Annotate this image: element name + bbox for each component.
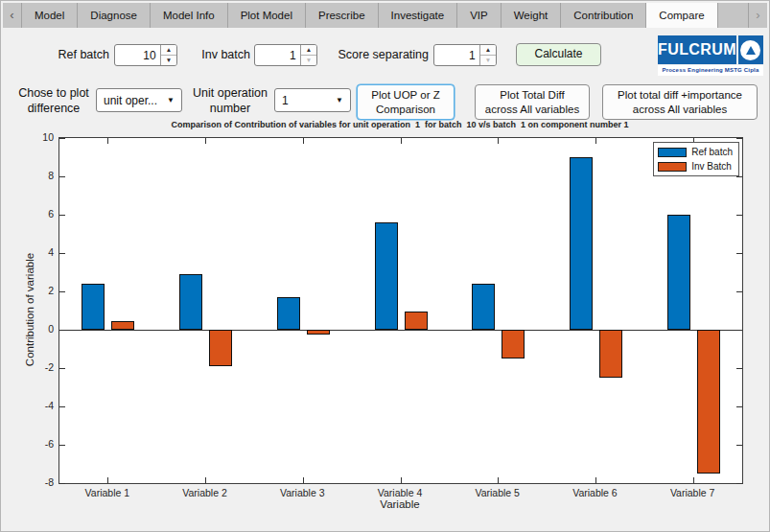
plot-uop-comparison-button[interactable]: Plot UOP or Z Comparison (357, 84, 455, 120)
y-tickmark (736, 406, 742, 407)
ref-batch-increment-button[interactable]: ▲ (161, 45, 176, 56)
x-tick-label: Variable 6 (547, 487, 642, 498)
ref-batch-input[interactable]: 10 (115, 45, 160, 65)
legend-entry: Inv Batch (658, 159, 733, 173)
x-tick-label: Variable 5 (450, 487, 546, 498)
x-tickmark (498, 477, 499, 483)
plot-area: Ref batchInv Batch (58, 137, 743, 484)
y-tick-label: -2 (23, 361, 54, 373)
fulcrum-tagline: Process Engineering MSTG Cipla (658, 65, 763, 76)
tab-contribution[interactable]: Contribution (561, 3, 646, 28)
unit-operation-label: Unit operation number (189, 86, 271, 116)
tab-compare[interactable]: Compare (646, 3, 717, 28)
bar-inv-batch-variable-6 (599, 330, 622, 378)
x-tick-label: Variable 3 (254, 487, 350, 498)
y-tickmark (59, 291, 65, 292)
chevron-down-icon: ▼ (167, 96, 175, 104)
bar-inv-batch-variable-5 (502, 330, 525, 359)
y-axis-label: Contribution of variable (24, 253, 35, 366)
inv-batch-label: Inv batch (191, 48, 250, 61)
y-tick-label: 10 (23, 131, 54, 143)
y-tick-label: -8 (23, 476, 54, 488)
tab-model[interactable]: Model (22, 3, 78, 28)
bar-inv-batch-variable-3 (307, 330, 330, 335)
inv-batch-decrement-button[interactable]: ▼ (301, 56, 316, 65)
tab-weight[interactable]: Weight (502, 3, 562, 28)
bar-inv-batch-variable-4 (405, 312, 428, 330)
fulcrum-droplet-icon (738, 35, 763, 64)
tab-diagnose[interactable]: Diagnose (78, 3, 151, 28)
y-tick-label: 6 (23, 208, 54, 220)
inv-batch-spinner: 1 ▲ ▼ (254, 44, 317, 66)
x-tickmark (107, 477, 108, 483)
score-separating-increment-button[interactable]: ▲ (480, 45, 496, 56)
plot-difference-label: Chose to plot difference (14, 86, 93, 116)
bar-ref-batch-variable-5 (472, 284, 495, 330)
tab-investigate[interactable]: Investigate (379, 3, 458, 28)
x-tickmark (498, 138, 499, 144)
x-tick-label: Variable 1 (59, 487, 155, 498)
y-tickmark (59, 368, 65, 369)
y-tickmark (736, 291, 742, 292)
plot-total-diff-button[interactable]: Plot Total Diff across All variables (475, 84, 590, 120)
ref-batch-label: Ref batch (39, 48, 109, 61)
ref-batch-decrement-button[interactable]: ▼ (161, 56, 176, 65)
y-tick-label: 8 (23, 170, 54, 181)
bar-ref-batch-variable-2 (179, 274, 202, 330)
y-tickmark (736, 253, 742, 254)
ref-batch-arrows: ▲ ▼ (160, 45, 176, 65)
tab-strip: ‹ ModelDiagnoseModel InfoPlot ModelPresc… (3, 3, 767, 28)
y-tick-label: 0 (23, 323, 54, 335)
legend-label: Inv Batch (691, 161, 732, 172)
score-separating-decrement-button[interactable]: ▼ (480, 56, 496, 65)
unit-operation-dropdown[interactable]: 1 ▼ (274, 88, 351, 112)
x-tick-label: Variable 2 (157, 487, 253, 498)
y-tickmark (736, 368, 742, 369)
y-tickmark (736, 215, 742, 216)
plot-difference-dropdown[interactable]: unit oper... ▼ (96, 88, 182, 112)
calculate-button[interactable]: Calculate (516, 43, 601, 66)
y-tick-label: -4 (23, 400, 54, 411)
x-axis-label: Variable (58, 498, 741, 510)
y-tickmark (59, 176, 65, 177)
inv-batch-input[interactable]: 1 (255, 45, 300, 65)
y-tickmark (59, 483, 65, 484)
y-tickmark (59, 406, 65, 407)
y-tick-label: 2 (23, 285, 54, 296)
tab-scroll-left-icon[interactable]: ‹ (3, 3, 22, 28)
chart-title: Comparison of Contribution of variables … (58, 120, 741, 129)
score-separating-arrows: ▲ ▼ (479, 45, 496, 65)
tab-prescribe[interactable]: Prescribe (306, 3, 379, 28)
score-separating-spinner: 1 ▲ ▼ (433, 44, 497, 66)
legend-swatch (658, 162, 687, 172)
tabs-container: ModelDiagnoseModel InfoPlot ModelPrescri… (22, 3, 718, 28)
x-tickmark (595, 477, 596, 483)
x-tickmark (401, 477, 402, 483)
inv-batch-increment-button[interactable]: ▲ (301, 45, 316, 56)
zero-axis-line (59, 330, 742, 331)
legend-swatch (658, 148, 687, 157)
legend-entry: Ref batch (658, 145, 733, 159)
tab-model-info[interactable]: Model Info (151, 3, 228, 28)
x-tickmark (303, 477, 304, 483)
ref-batch-spinner: 10 ▲ ▼ (114, 44, 177, 66)
y-tickmark (59, 138, 65, 139)
unit-operation-value: 1 (282, 94, 289, 107)
score-separating-input[interactable]: 1 (434, 45, 479, 65)
bar-ref-batch-variable-1 (82, 284, 105, 330)
x-tickmark (595, 138, 596, 144)
x-tickmark (693, 477, 694, 483)
tab-vip[interactable]: VIP (457, 3, 502, 28)
legend: Ref batchInv Batch (653, 142, 739, 176)
x-tick-label: Variable 4 (352, 487, 448, 498)
fulcrum-brand-text: FULCRUM (658, 35, 736, 64)
x-tick-label: Variable 7 (644, 487, 740, 498)
tab-plot-model[interactable]: Plot Model (228, 3, 306, 28)
x-tickmark (205, 138, 206, 144)
bar-ref-batch-variable-6 (570, 157, 593, 330)
y-tickmark (736, 445, 742, 446)
tab-scroll-right-icon[interactable]: › (748, 3, 767, 28)
plot-total-diff-importance-button[interactable]: Plot total diff +importance across All v… (602, 84, 758, 120)
inv-batch-arrows: ▲ ▼ (300, 45, 316, 65)
y-tickmark (59, 253, 65, 254)
